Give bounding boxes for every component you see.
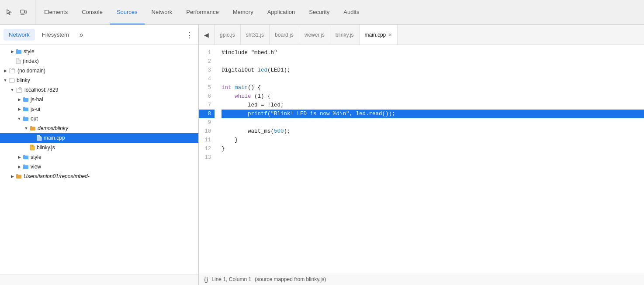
tree-item-nodomain-folder[interactable]: ▶(no domain) xyxy=(0,66,198,76)
tree-item-js-hal-folder[interactable]: ▶js-hal xyxy=(0,95,198,104)
tab-close-button[interactable]: × xyxy=(388,32,392,38)
code-line-4 xyxy=(222,75,644,83)
tree-arrow-main-cpp-file xyxy=(30,134,37,141)
folder-blue-icon xyxy=(23,106,31,113)
folder-blue-icon xyxy=(23,154,31,161)
tree-item-index-file[interactable]: (index) xyxy=(0,56,198,66)
tree-arrow-demos-folder: ▼ xyxy=(23,125,30,132)
source-map-info: (source mapped from blinky.js) xyxy=(255,276,326,282)
code-line-3: DigitalOut led(LED1); xyxy=(222,66,644,75)
line-number-6: 6 xyxy=(199,92,215,101)
editor-tab-viewer-js[interactable]: viewer.js xyxy=(299,25,330,45)
folder-orange-icon xyxy=(16,173,24,180)
tree-item-label: blinky xyxy=(17,77,30,83)
tree-item-main-cpp-file[interactable]: main.cpp xyxy=(0,133,198,143)
tree-item-view-folder[interactable]: ▶view xyxy=(0,162,198,172)
top-tab-memory[interactable]: Memory xyxy=(226,0,260,24)
editor-tab-gpio-js[interactable]: gpio.js xyxy=(215,25,241,45)
tab-scroll-left-button[interactable]: ◀ xyxy=(199,25,215,45)
tree-item-blinky-js-file[interactable]: blinky.js xyxy=(0,143,198,152)
tree-item-style-folder[interactable]: ▶style xyxy=(0,47,198,56)
tree-item-style2-folder[interactable]: ▶style xyxy=(0,152,198,162)
file-yellow-icon xyxy=(30,144,37,151)
tree-item-demos-folder[interactable]: ▼demos/blinky xyxy=(0,124,198,133)
tree-item-label: style xyxy=(31,154,42,160)
line-number-9: 9 xyxy=(199,118,215,127)
svg-rect-0 xyxy=(21,10,24,13)
code-line-7: led = !led; xyxy=(222,101,644,110)
tree-item-label: blinky.js xyxy=(37,144,55,151)
code-line-1: #include "mbed.h" xyxy=(222,48,644,57)
code-line-13 xyxy=(222,153,644,162)
top-nav: ElementsConsoleSourcesNetworkPerformance… xyxy=(0,0,644,25)
tree-item-label: (index) xyxy=(23,58,39,64)
code-line-2 xyxy=(222,57,644,66)
tree-arrow-out-folder: ▼ xyxy=(16,115,23,122)
panel-tabs-bar: NetworkFilesystem»⋮ xyxy=(0,25,198,45)
folder-orange-icon xyxy=(30,125,38,132)
tree-arrow-style2-folder: ▶ xyxy=(16,154,23,161)
top-tab-elements[interactable]: Elements xyxy=(37,0,75,24)
line-number-10: 10 xyxy=(199,127,215,136)
editor-tab-label: blinky.js xyxy=(336,32,354,38)
editor-tab-board-js[interactable]: board.js xyxy=(270,25,299,45)
line-number-8: 8 xyxy=(199,110,215,118)
editor-status-bar: {} Line 1, Column 1 (source mapped from … xyxy=(199,273,644,285)
tree-arrow-style-folder: ▶ xyxy=(9,48,16,55)
tree-arrow-blinky-js-file xyxy=(23,144,30,151)
main-layout: NetworkFilesystem»⋮ ▶style(index)▶(no do… xyxy=(0,25,644,285)
top-tab-security[interactable]: Security xyxy=(302,0,336,24)
tree-item-label: demos/blinky xyxy=(38,125,68,131)
file-white-icon xyxy=(37,135,44,141)
editor-tab-blinky-js[interactable]: blinky.js xyxy=(330,25,360,45)
tree-item-label: main.cpp xyxy=(44,135,65,141)
editor-tab-main-cpp[interactable]: main.cpp× xyxy=(360,25,398,45)
line-number-11: 11 xyxy=(199,136,215,144)
device-toolbar-icon[interactable] xyxy=(17,6,30,18)
tree-item-label: (no domain) xyxy=(17,68,45,74)
tree-item-out-folder[interactable]: ▼out xyxy=(0,114,198,124)
code-line-9 xyxy=(222,118,644,127)
code-line-6: while (1) { xyxy=(222,92,644,101)
line-number-4: 4 xyxy=(199,75,215,83)
line-number-3: 3 xyxy=(199,66,215,75)
folder-blue-icon xyxy=(16,48,24,55)
tree-item-label: style xyxy=(24,48,35,55)
line-number-13: 13 xyxy=(199,153,215,162)
panel-menu-button[interactable]: ⋮ xyxy=(184,30,195,40)
code-line-8: printf("Blink! LED is now %d\n", led.rea… xyxy=(222,110,644,118)
tree-arrow-view-folder: ▶ xyxy=(16,163,23,170)
line-number-1: 1 xyxy=(199,48,215,57)
top-nav-tabs: ElementsConsoleSourcesNetworkPerformance… xyxy=(37,0,641,24)
tree-item-js-ui-folder[interactable]: ▶js-ui xyxy=(0,104,198,114)
editor-tab-sht31-js[interactable]: sht31.js xyxy=(241,25,270,45)
top-tab-audits[interactable]: Audits xyxy=(336,0,366,24)
left-panel: NetworkFilesystem»⋮ ▶style(index)▶(no do… xyxy=(0,25,199,285)
code-content[interactable]: #include "mbed.h" DigitalOut led(LED1); … xyxy=(218,45,644,273)
folder-cloud-icon xyxy=(16,87,24,93)
top-tab-console[interactable]: Console xyxy=(75,0,110,24)
left-panel-status xyxy=(0,275,198,285)
code-line-10: wait_ms(500); xyxy=(222,127,644,136)
top-tab-performance[interactable]: Performance xyxy=(179,0,225,24)
select-element-icon[interactable] xyxy=(3,6,16,18)
editor-tab-label: board.js xyxy=(275,32,294,38)
right-panel: ◀gpio.jssht31.jsboard.jsviewer.jsblinky.… xyxy=(199,25,644,285)
line-number-2: 2 xyxy=(199,57,215,66)
code-line-5: int main() { xyxy=(222,83,644,92)
code-line-11: } xyxy=(222,136,644,144)
file-gray-icon xyxy=(16,58,23,65)
top-tab-sources[interactable]: Sources xyxy=(110,0,145,24)
format-icon[interactable]: {} xyxy=(204,276,208,283)
tree-arrow-localhost-folder: ▼ xyxy=(9,86,16,93)
panel-tab-more-button[interactable]: » xyxy=(76,29,87,41)
top-tab-application[interactable]: Application xyxy=(260,0,302,24)
tree-arrow-js-ui-folder: ▶ xyxy=(16,106,23,113)
tree-item-users-folder[interactable]: ▶Users/ianion01/repos/mbed- xyxy=(0,172,198,181)
panel-tab-filesystem[interactable]: Filesystem xyxy=(37,29,74,41)
tree-item-localhost-folder[interactable]: ▼localhost:7829 xyxy=(0,85,198,95)
panel-tab-network[interactable]: Network xyxy=(3,29,35,41)
folder-plain-icon xyxy=(9,77,17,84)
tree-item-blinky-folder[interactable]: ▼blinky xyxy=(0,76,198,85)
top-tab-network[interactable]: Network xyxy=(145,0,180,24)
